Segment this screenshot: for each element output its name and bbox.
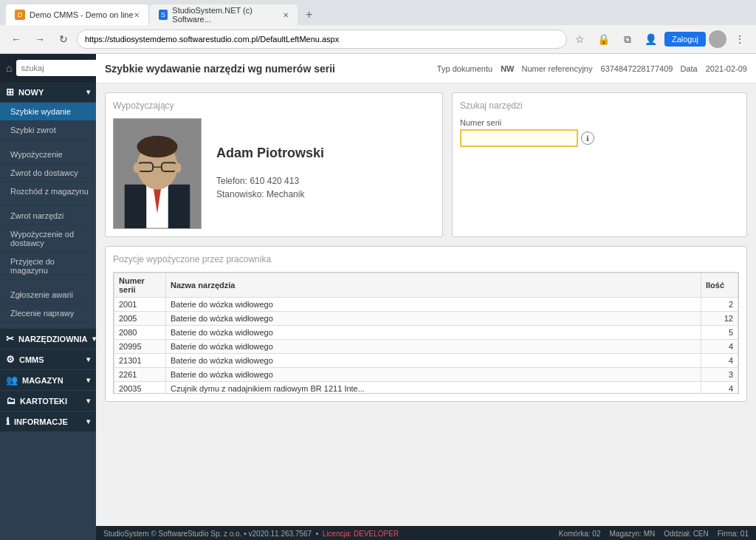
tab-2-close[interactable]: ✕ <box>283 11 289 19</box>
menu-icon[interactable]: ⋮ <box>729 29 750 49</box>
sidebar-section-cmms[interactable]: ⚙ CMMS ▾ <box>0 349 96 370</box>
sidebar-search-input[interactable] <box>16 60 96 76</box>
table-row[interactable]: 21301 Baterie do wózka widłowego 4 <box>114 354 738 368</box>
szybkie-wydanie-label: Szybkie wydanie <box>10 107 71 116</box>
sidebar-section-informacje[interactable]: ℹ INFORMACJE ▾ <box>0 411 96 432</box>
positions-table: Numer serii Nazwa narzędzia Ilość 2001 B… <box>114 273 738 394</box>
nav-right: ☆ 🔒 ⧉ 👤 Zaloguj ⋮ <box>570 29 750 49</box>
cmms-arrow: ▾ <box>86 355 90 363</box>
tab-2[interactable]: S StudioSystem.NET (c) Software... ✕ <box>150 4 298 25</box>
informacje-label: INFORMACJE <box>14 417 68 426</box>
table-row[interactable]: 2261 Baterie do wózka widłowego 3 <box>114 368 738 382</box>
sidebar-item-zwrot-do-dostawcy[interactable]: Zwrot do dostawcy <box>0 164 96 182</box>
status-bar: StudioSystem © SoftwareStudio Sp. z o.o.… <box>96 526 756 540</box>
bookmark-icon[interactable]: ☆ <box>570 29 591 49</box>
svg-point-5 <box>137 136 177 158</box>
login-button[interactable]: Zaloguj <box>664 32 706 47</box>
tab-2-favicon: S <box>159 10 168 20</box>
borrower-panel: Wypożyczający <box>105 92 443 237</box>
kartoteki-arrow: ▾ <box>86 397 90 405</box>
cell-name-5: Baterie do wózka widłowego <box>166 368 701 382</box>
sidebar-section-kartoteki[interactable]: 🗂 KARTOTEKI ▾ <box>0 391 96 411</box>
tab-1-close[interactable]: ✕ <box>134 11 140 19</box>
profile-icon[interactable]: 👤 <box>641 29 662 49</box>
sidebar-item-szybki-zwrot[interactable]: Szybki zwrot <box>0 121 96 140</box>
cell-qty-0: 2 <box>701 298 738 312</box>
zgloszenie-awarii-label: Zgłoszenie awarii <box>10 290 73 299</box>
kartoteki-icon: 🗂 <box>6 395 16 406</box>
tab-2-label: StudioSystem.NET (c) Software... <box>172 6 282 24</box>
shield-icon[interactable]: 🔒 <box>594 29 614 49</box>
magazyn-arrow: ▾ <box>86 376 90 384</box>
table-row[interactable]: 20995 Baterie do wózka widłowego 4 <box>114 340 738 354</box>
zlecenie-naprawy-label: Zlecenie naprawy <box>10 309 74 318</box>
tab-1[interactable]: D Demo CMMS - Demo on line ✕ <box>6 4 148 25</box>
informacje-icon: ℹ <box>6 416 10 427</box>
sidebar-item-zgloszenie-awarii[interactable]: Zgłoszenie awarii <box>0 286 96 304</box>
sidebar: ⌂ ⊞ NOWY ▾ Szybkie wydanie Szybki zwrot … <box>0 54 96 540</box>
info-icon[interactable]: ℹ <box>581 131 594 145</box>
sidebar-item-szybkie-wydanie[interactable]: Szybkie wydanie <box>0 103 96 121</box>
cell-serial-0: 2001 <box>114 298 166 312</box>
tab-1-favicon: D <box>15 10 25 20</box>
status-cell: Komórka: 02 <box>559 530 601 538</box>
cell-serial-6: 20035 <box>114 382 166 394</box>
cell-serial-5: 2261 <box>114 368 166 382</box>
borrower-content: Adam Piotrowski Telefon: 610 420 413 Sta… <box>113 118 435 229</box>
cmms-label: CMMS <box>19 355 44 364</box>
serial-label: Numer serii <box>460 118 739 127</box>
sidebar-item-wypozyczenie-od-dostawcy[interactable]: Wypożyczenie od dostawcy <box>0 225 96 253</box>
positions-panel: Pozycje wypożyczone przez pracownika Num… <box>105 246 747 402</box>
doc-type-label: Typ dokumentu NW <box>437 64 515 73</box>
header-meta: Typ dokumentu NW Numer referencyjny 6374… <box>437 64 747 73</box>
table-row[interactable]: 2001 Baterie do wózka widłowego 2 <box>114 298 738 312</box>
status-company: Firma: 01 <box>718 530 749 538</box>
sidebar-section-magazyn[interactable]: 👥 MAGAZYN ▾ <box>0 370 96 391</box>
cell-name-3: Baterie do wózka widłowego <box>166 340 701 354</box>
serial-input-wrap: ℹ <box>460 129 739 147</box>
nowy-arrow: ▾ <box>86 88 90 96</box>
sidebar-item-zwrot-narzedzi[interactable]: Zwrot narzędzi <box>0 207 96 225</box>
user-avatar-nav[interactable] <box>709 30 726 48</box>
cell-qty-2: 5 <box>701 326 738 340</box>
serial-input[interactable] <box>460 129 578 147</box>
borrower-photo <box>113 118 202 229</box>
sidebar-top: ⌂ <box>0 54 96 82</box>
address-bar[interactable] <box>77 30 567 49</box>
sidebar-item-przyjecie-do-magazynu[interactable]: Przyjęcie do magazynu <box>0 253 96 280</box>
new-tab-button[interactable]: + <box>299 4 320 25</box>
sidebar-item-wypozyczenie[interactable]: Wypożyczenie <box>0 146 96 164</box>
table-row[interactable]: 2005 Baterie do wózka widłowego 12 <box>114 312 738 326</box>
scissors-icon: ✂ <box>6 333 14 344</box>
magazyn-icon: 👥 <box>6 375 18 386</box>
refresh-button[interactable]: ↻ <box>53 29 74 49</box>
table-row[interactable]: 20035 Czujnik dymu z nadajnikiem radiowy… <box>114 382 738 394</box>
sidebar-item-rozchod[interactable]: Rozchód z magazynu <box>0 182 96 201</box>
sidebar-section-nowy[interactable]: ⊞ NOWY ▾ <box>0 82 96 103</box>
main-header-left: Szybkie wydawanie narzędzi wg numerów se… <box>105 63 335 75</box>
search-panel-title: Szukaj narzędzi <box>460 100 739 111</box>
ref-number: Numer referencyjny 6374847228177409 <box>521 64 673 73</box>
forward-button[interactable]: → <box>30 29 50 49</box>
status-left: StudioSystem © SoftwareStudio Sp. z o.o.… <box>103 530 399 538</box>
person-image <box>114 119 201 228</box>
kartoteki-label: KARTOTEKI <box>20 397 67 406</box>
top-panel-row: Wypożyczający <box>105 92 747 237</box>
wypozyczenie-label: Wypożyczenie <box>10 150 63 159</box>
positions-table-wrap[interactable]: Numer serii Nazwa narzędzia Ilość 2001 B… <box>113 272 739 394</box>
cell-qty-1: 12 <box>701 312 738 326</box>
home-icon[interactable]: ⌂ <box>6 62 12 74</box>
back-button[interactable]: ← <box>6 29 27 49</box>
sidebar-item-zlecenie-naprawy[interactable]: Zlecenie naprawy <box>0 304 96 323</box>
narzędziownia-label: NARZĘDZIOWNIA <box>18 335 88 344</box>
sidebar-section-narzędziownia[interactable]: ✂ NARZĘDZIOWNIA ▾ <box>0 329 96 349</box>
col-header-name: Nazwa narzędzia <box>166 273 701 298</box>
page-title: Szybkie wydawanie narzędzi wg numerów se… <box>105 63 335 75</box>
cell-serial-2: 2080 <box>114 326 166 340</box>
svg-point-9 <box>134 163 141 173</box>
magazyn-label: MAGAZYN <box>22 376 63 385</box>
extensions-icon[interactable]: ⧉ <box>617 29 638 49</box>
main-content: Szybkie wydawanie narzędzi wg numerów se… <box>96 54 756 540</box>
cell-qty-3: 4 <box>701 340 738 354</box>
table-row[interactable]: 2080 Baterie do wózka widłowego 5 <box>114 326 738 340</box>
